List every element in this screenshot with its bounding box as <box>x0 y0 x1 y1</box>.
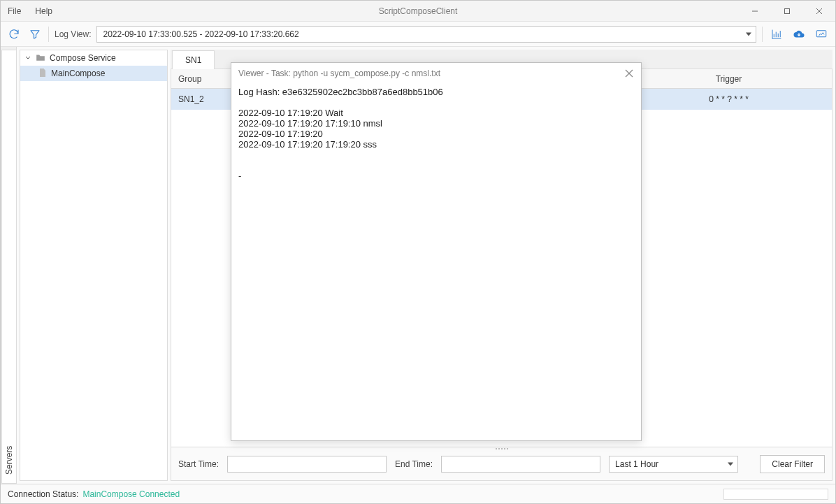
end-time-label: End Time: <box>395 459 433 469</box>
status-label: Connection Status: <box>8 489 78 499</box>
cloud-download-button[interactable] <box>791 26 807 43</box>
menubar: File Help <box>1 1 59 21</box>
start-time-input[interactable] <box>227 456 387 473</box>
chevron-down-icon <box>728 462 733 466</box>
tree-item-maincompose[interactable]: MainCompose <box>20 66 167 81</box>
chart-button[interactable] <box>768 26 785 43</box>
expand-icon <box>24 55 31 61</box>
file-icon <box>38 68 47 80</box>
tree-root-label: Compose Service <box>50 53 116 63</box>
filter-bar: Start Time: End Time: Last 1 Hour Clear … <box>171 447 833 481</box>
maximize-button[interactable] <box>771 1 803 21</box>
screen-button[interactable] <box>813 26 830 43</box>
viewer-close-button[interactable] <box>623 67 635 80</box>
start-time-label: Start Time: <box>178 459 219 469</box>
tree-pane: Compose Service MainCompose <box>20 50 168 481</box>
log-view-label: Log View: <box>55 29 91 39</box>
end-time-input[interactable] <box>441 456 600 473</box>
titlebar: File Help ScriptComposeClient <box>1 1 835 22</box>
filter-button[interactable] <box>27 27 43 42</box>
drag-handle-icon[interactable] <box>491 448 512 451</box>
log-view-combo[interactable]: 2022-09-10 17:33:00.525 - 2022-09-10 17:… <box>96 26 756 43</box>
svg-rect-1 <box>785 8 790 13</box>
side-tab-label: Servers <box>1 50 16 484</box>
status-progress <box>723 489 828 500</box>
toolbar-separator <box>48 27 49 42</box>
close-button[interactable] <box>803 1 835 21</box>
toolbar-separator-2 <box>762 27 763 42</box>
time-range-combo[interactable]: Last 1 Hour <box>609 456 738 473</box>
folder-icon <box>36 53 45 64</box>
window-controls <box>739 1 835 21</box>
viewer-dialog: Viewer - Task: python -u sycm_compose.py… <box>231 62 642 441</box>
chevron-down-icon <box>746 32 751 36</box>
column-trigger[interactable]: Trigger <box>626 69 832 88</box>
menu-file[interactable]: File <box>1 1 28 21</box>
tab-sn1[interactable]: SN1 <box>172 50 215 69</box>
viewer-body[interactable]: Log Hash: e3e6325902ec2bc3bb87a6ed8bb51b… <box>231 84 641 440</box>
svg-rect-4 <box>816 30 826 36</box>
menu-help[interactable]: Help <box>28 1 59 21</box>
clear-filter-button[interactable]: Clear Filter <box>760 455 825 473</box>
refresh-button[interactable] <box>6 27 22 42</box>
log-view-value: 2022-09-10 17:33:00.525 - 2022-09-10 17:… <box>103 29 298 39</box>
minimize-button[interactable] <box>739 1 771 21</box>
status-value: MainCompose Connected <box>82 489 180 499</box>
tree-item-label: MainCompose <box>51 69 105 78</box>
viewer-titlebar[interactable]: Viewer - Task: python -u sycm_compose.py… <box>231 63 641 84</box>
app-window: File Help ScriptComposeClient Log View: … <box>0 0 836 504</box>
cell-trigger: 0 * * ? * * * <box>626 94 832 104</box>
status-bar: Connection Status: MainCompose Connected <box>1 484 835 503</box>
side-tab-servers[interactable]: Servers <box>1 47 17 484</box>
time-range-value: Last 1 Hour <box>615 459 658 469</box>
toolbar: Log View: 2022-09-10 17:33:00.525 - 2022… <box>1 22 835 47</box>
tree-root[interactable]: Compose Service <box>20 50 167 66</box>
viewer-title-text: Viewer - Task: python -u sycm_compose.py… <box>238 69 440 78</box>
window-title: ScriptComposeClient <box>379 6 458 16</box>
